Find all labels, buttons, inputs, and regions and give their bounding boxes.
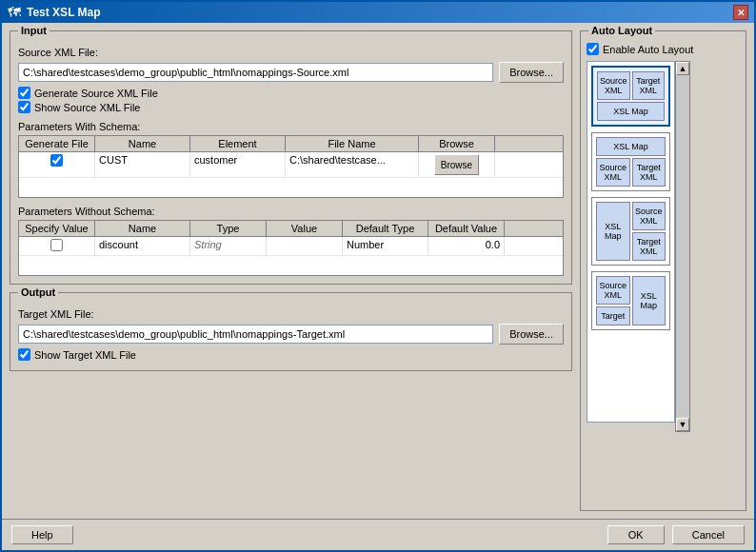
source-xml-row: Source XML File: [18, 47, 564, 58]
layout4-target: Target [596, 306, 630, 325]
layout-options: SourceXML TargetXML XSL Map XSL Map Sour… [587, 61, 675, 423]
target-xml-input-row: Browse... [18, 324, 564, 345]
layout2-target: TargetXML [632, 158, 666, 187]
layout-option-1[interactable]: SourceXML TargetXML XSL Map [591, 66, 670, 127]
left-panel: Input Source XML File: Browse... Generat… [10, 30, 572, 511]
layout1-source: SourceXML [597, 71, 630, 100]
bottom-bar: Help OK Cancel [2, 519, 754, 550]
window-icon: 🗺 [8, 5, 21, 20]
layout-option-4[interactable]: SourceXML XSLMap Target [591, 271, 670, 330]
input-group-label: Input [18, 25, 50, 36]
row-browse-button[interactable]: Browse [434, 154, 479, 175]
header-generate: Generate File [19, 136, 95, 151]
table-row: discount String Number 0.0 [19, 237, 563, 256]
params-without-schema-header: Specify Value Name Type Value Default Ty… [19, 221, 563, 237]
auto-layout-label: Auto Layout [588, 25, 655, 36]
row-specify-cell [19, 237, 95, 255]
title-bar: 🗺 Test XSL Map ✕ [2, 2, 754, 23]
show-source-row: Show Source XML File [18, 101, 564, 113]
target-xml-label-row: Target XML File: [18, 308, 564, 320]
row-filename-cell: C:\shared\testcase... [286, 152, 419, 177]
row-generate-cell [19, 152, 95, 177]
enable-autolayout-checkbox[interactable] [587, 43, 599, 55]
layout-option-2[interactable]: XSL Map SourceXML TargetXML [591, 132, 670, 191]
layout3-source: SourceXML [632, 202, 666, 230]
scroll-thumb[interactable] [676, 75, 689, 418]
row-defvalue-cell: 0.0 [428, 237, 505, 255]
layout-scroll-area: SourceXML TargetXML XSL Map XSL Map Sour… [587, 61, 740, 432]
row-type-cell: String [190, 237, 267, 255]
output-group: Output Target XML File: Browse... Show T… [10, 292, 572, 371]
help-button[interactable]: Help [11, 525, 73, 544]
right-buttons: OK Cancel [607, 525, 745, 544]
table-row: CUST customer C:\shared\testcase... Brow… [19, 152, 563, 178]
empty-row [19, 178, 563, 197]
input-group: Input Source XML File: Browse... Generat… [10, 30, 572, 285]
header-name2: Name [95, 221, 190, 236]
ok-button[interactable]: OK [607, 525, 665, 544]
header-filename: File Name [286, 136, 419, 151]
row-generate-checkbox[interactable] [50, 154, 63, 167]
row-browse-cell: Browse [419, 152, 495, 177]
layout4-xslmap: XSLMap [632, 276, 666, 325]
header-name: Name [95, 136, 190, 151]
params-with-schema-table: Generate File Name Element File Name Bro… [18, 135, 564, 198]
target-browse-button[interactable]: Browse... [499, 324, 564, 345]
row-name2-cell: discount [95, 237, 190, 255]
auto-layout-group: Auto Layout Enable Auto Layout SourceXML… [580, 30, 746, 511]
header-specify: Specify Value [19, 221, 95, 236]
params-without-schema-label: Parameters Without Schema: [18, 206, 564, 217]
show-target-checkbox[interactable] [18, 348, 30, 361]
scrollbar[interactable]: ▲ ▼ [675, 61, 690, 432]
layout1-target: TargetXML [632, 71, 666, 100]
header-element: Element [190, 136, 286, 151]
close-button[interactable]: ✕ [733, 5, 748, 20]
header-value: Value [267, 221, 343, 236]
row-specify-checkbox[interactable] [50, 239, 63, 251]
content-area: Input Source XML File: Browse... Generat… [2, 23, 754, 519]
source-xml-input[interactable] [18, 63, 493, 82]
row-deftype-cell: Number [343, 237, 428, 255]
header-defvalue: Default Value [428, 221, 505, 236]
source-xml-label: Source XML File: [18, 47, 98, 58]
scroll-up[interactable]: ▲ [676, 62, 689, 75]
layout2-source: SourceXML [596, 158, 630, 187]
output-group-label: Output [18, 286, 58, 298]
header-browse: Browse [419, 136, 495, 151]
gen-source-label: Generate Source XML File [34, 88, 158, 99]
empty-row2 [19, 256, 563, 275]
show-target-row: Show Target XML File [18, 348, 564, 361]
layout1-xslmap: XSL Map [597, 102, 665, 121]
show-source-label: Show Source XML File [34, 102, 140, 113]
header-deftype: Default Type [343, 221, 428, 236]
params-without-schema-table: Specify Value Name Type Value Default Ty… [18, 220, 564, 276]
layout2-xslmap: XSL Map [596, 137, 666, 156]
header-type: Type [190, 221, 267, 236]
enable-autolayout-row: Enable Auto Layout [587, 43, 740, 55]
cancel-button[interactable]: Cancel [672, 525, 745, 544]
row-name-cell: CUST [95, 152, 190, 177]
layout-option-3[interactable]: XSLMap SourceXML TargetXML [591, 197, 670, 266]
gen-source-row: Generate Source XML File [18, 87, 564, 99]
window-title: Test XSL Map [27, 6, 101, 19]
layout3-target: TargetXML [632, 232, 666, 261]
source-xml-input-row: Browse... [18, 62, 564, 83]
scroll-down[interactable]: ▼ [676, 418, 689, 431]
target-xml-input[interactable] [18, 325, 493, 344]
source-browse-button[interactable]: Browse... [499, 62, 564, 83]
show-target-label: Show Target XML File [34, 349, 136, 361]
layout4-source: SourceXML [596, 276, 630, 305]
right-panel: Auto Layout Enable Auto Layout SourceXML… [580, 30, 746, 511]
row-element-cell: customer [190, 152, 286, 177]
layout3-xslmap: XSLMap [596, 202, 630, 261]
main-window: 🗺 Test XSL Map ✕ Input Source XML File: … [0, 0, 756, 552]
row-value-cell [267, 237, 343, 255]
show-source-checkbox[interactable] [18, 101, 30, 113]
target-xml-label: Target XML File: [18, 308, 94, 320]
params-with-schema-label: Parameters With Schema: [18, 121, 564, 132]
params-with-schema-header: Generate File Name Element File Name Bro… [19, 136, 563, 152]
enable-autolayout-label: Enable Auto Layout [603, 44, 693, 55]
gen-source-checkbox[interactable] [18, 87, 30, 99]
